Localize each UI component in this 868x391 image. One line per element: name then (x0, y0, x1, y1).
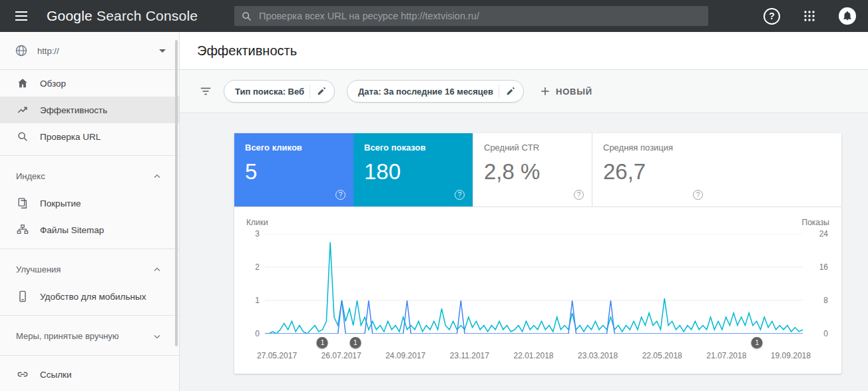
app-root: GoogleSearch Console ? (0, 0, 868, 391)
section-header-index[interactable]: Индекс (0, 155, 179, 190)
page-header: Эффективность (180, 32, 868, 70)
tile-label: Средний CTR (484, 143, 581, 153)
top-app-bar: GoogleSearch Console ? (0, 0, 868, 32)
tile-value: 2,8 % (484, 159, 581, 185)
chevron-down-icon (152, 332, 162, 341)
y-tick-label: 16 (819, 262, 828, 272)
x-axis-date: 23.03.2018 (578, 351, 618, 360)
new-filter-button[interactable]: НОВЫЙ (540, 86, 592, 97)
section-header-enhancements[interactable]: Улучшения (0, 248, 179, 283)
main-content: Эффективность Тип поиска: Веб (180, 32, 868, 391)
magnifier-icon (16, 131, 29, 143)
tile-average-ctr[interactable]: Средний CTR 2,8 % ? (473, 133, 592, 206)
topbar-actions: ? (763, 0, 856, 32)
logo: GoogleSearch Console (47, 8, 198, 24)
y-tick-label: 24 (819, 229, 828, 238)
x-axis-date: 22.01.2018 (513, 351, 553, 360)
section-header-manual-actions[interactable]: Меры, принятые вручную (0, 315, 179, 350)
tiles-filler (711, 133, 841, 206)
sitemap-icon (16, 224, 29, 236)
help-circle-icon[interactable]: ? (455, 190, 465, 200)
apps-grid-button[interactable] (803, 9, 816, 23)
pencil-icon (506, 87, 515, 96)
help-button[interactable]: ? (763, 8, 780, 25)
sidebar-item-mobile-usability[interactable]: Удобство для мобильных (0, 283, 179, 310)
globe-icon (15, 44, 28, 57)
y-axis-left: 3210 (245, 234, 265, 334)
chart-section: Клики Показы 3210 111 241680 27.05.20172… (234, 207, 841, 374)
chip-search-type[interactable]: Тип поиска: Веб (224, 80, 335, 103)
y-tick-label: 0 (823, 329, 828, 338)
pencil-icon (317, 87, 326, 96)
tile-value: 5 (245, 159, 343, 185)
sidebar: http:// Обзор Эффективность (0, 32, 180, 391)
caret-down-icon (159, 49, 166, 53)
sidebar-scrollbar[interactable] (175, 40, 178, 346)
performance-chart-svg (265, 234, 803, 334)
x-axis-date: 27.05.2017 (257, 351, 297, 360)
property-label: http:// (37, 46, 159, 56)
menu-button[interactable] (8, 3, 35, 29)
performance-icon (16, 104, 29, 116)
notifications-button[interactable] (839, 7, 856, 25)
hamburger-icon (15, 11, 27, 13)
tile-total-impressions[interactable]: Всего показов 180 ? (353, 133, 473, 206)
tile-average-position[interactable]: Средняя позиция 26,7 ? (592, 133, 711, 206)
y-axis-right: 241680 (803, 234, 831, 334)
y-tick-label: 0 (255, 329, 260, 338)
filter-icon[interactable] (200, 85, 212, 97)
y-tick-label: 3 (255, 229, 260, 238)
logo-google: Google (47, 8, 93, 23)
plot-area: 111 (265, 234, 803, 334)
tile-label: Всего кликов (245, 143, 343, 153)
sidebar-item-coverage[interactable]: Покрытие (0, 190, 179, 216)
help-circle-icon[interactable]: ? (335, 190, 345, 200)
search-icon (241, 11, 252, 22)
annotation-marker[interactable]: 1 (317, 337, 328, 348)
bell-icon (843, 11, 852, 21)
chip-date[interactable]: Дата: За последние 16 месяцев (347, 80, 524, 103)
x-axis-date: 21.07.2018 (706, 351, 746, 360)
link-icon (16, 368, 29, 380)
logo-product: Search Console (97, 8, 198, 23)
x-axis-date: 26.07.2017 (322, 351, 361, 360)
help-circle-icon[interactable]: ? (574, 190, 584, 200)
tile-value: 180 (364, 159, 462, 185)
sidebar-item-sitemaps[interactable]: Файлы Sitemap (0, 216, 179, 243)
coverage-icon (16, 197, 29, 209)
chart-axis-title-left: Клики (246, 218, 268, 227)
x-axis-labels: 27.05.201726.07.201724.09.201723.11.2017… (257, 351, 811, 360)
apps-grid-icon (803, 9, 816, 23)
chart-axis-title-right: Показы (802, 218, 829, 227)
content-area: Всего кликов 5 ? Всего показов 180 ? Сре… (180, 113, 868, 391)
url-inspect-input[interactable] (259, 11, 702, 21)
plus-icon (540, 86, 550, 97)
sidebar-item-performance[interactable]: Эффективность (0, 97, 179, 123)
tile-label: Средняя позиция (603, 143, 700, 153)
x-axis-date: 19.09.2018 (771, 351, 811, 360)
property-selector[interactable]: http:// (0, 32, 179, 70)
tile-label: Всего показов (364, 143, 462, 153)
mobile-icon (16, 290, 29, 302)
annotation-marker[interactable]: 1 (349, 337, 361, 348)
tile-value: 26,7 (603, 159, 700, 185)
y-tick-label: 1 (255, 296, 260, 305)
page-title: Эффективность (197, 43, 297, 59)
y-tick-label: 8 (823, 296, 828, 305)
help-circle-icon[interactable]: ? (693, 190, 703, 200)
x-axis-date: 22.05.2018 (642, 351, 682, 360)
x-axis-date: 23.11.2017 (450, 351, 489, 360)
chevron-up-icon (152, 172, 162, 181)
filter-bar: Тип поиска: Веб Дата: За последние 16 ме… (180, 70, 868, 113)
sidebar-item-overview[interactable]: Обзор (0, 70, 179, 97)
home-icon (16, 77, 29, 89)
chevron-up-icon (152, 265, 162, 274)
y-tick-label: 2 (255, 262, 260, 272)
search-bar[interactable] (234, 6, 708, 26)
metric-tiles: Всего кликов 5 ? Всего показов 180 ? Сре… (234, 133, 841, 207)
sidebar-item-url-inspection[interactable]: Проверка URL (0, 123, 179, 150)
sidebar-item-links[interactable]: Ссылки (0, 356, 179, 388)
x-axis-date: 24.09.2017 (385, 351, 425, 360)
annotation-marker[interactable]: 1 (752, 337, 763, 348)
tile-total-clicks[interactable]: Всего кликов 5 ? (234, 133, 353, 206)
